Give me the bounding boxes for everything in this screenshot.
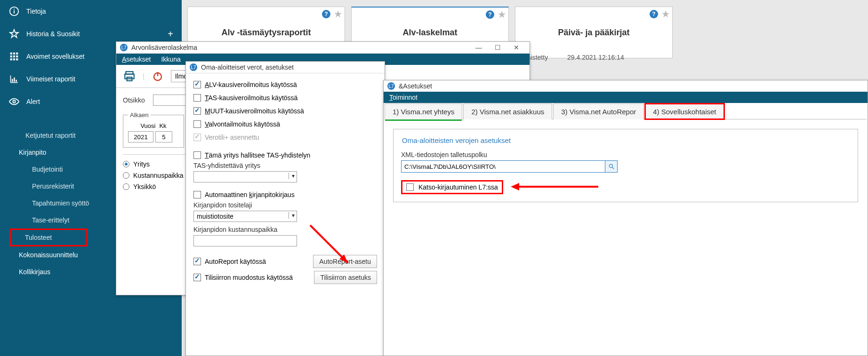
vuosi-label: Vuosi bbox=[140, 122, 155, 129]
check-verotili: Verotili+ asennettu bbox=[193, 131, 377, 144]
settings-group: Oma-aloitteisten verojen asetukset XML-t… bbox=[393, 129, 858, 202]
star-icon[interactable]: ★ bbox=[498, 9, 506, 20]
checkbox-icon bbox=[193, 151, 201, 159]
checkbox-icon[interactable] bbox=[406, 183, 414, 191]
path-label: XML-tiedostojen talletuspolku bbox=[401, 151, 850, 158]
window-asetukset: L7 &Asetukset Toiminnot 1) Visma.net yht… bbox=[383, 80, 868, 356]
svg-line-26 bbox=[612, 167, 614, 169]
menu-ikkuna[interactable]: Ikkuna bbox=[161, 55, 180, 63]
sidebar-item-label: Viimeiset raportit bbox=[26, 75, 75, 83]
app-icon: L7 bbox=[387, 82, 395, 90]
tas-yhdist-label: TAS-yhdistettävä yritys bbox=[193, 162, 377, 169]
annotation-arrow bbox=[305, 221, 357, 274]
checkbox-icon bbox=[193, 120, 201, 128]
radio-icon bbox=[123, 183, 129, 190]
svg-rect-7 bbox=[13, 55, 15, 57]
check-autoreport[interactable]: AutoReport käytössä bbox=[193, 255, 266, 268]
chart-icon bbox=[8, 73, 20, 85]
browse-button[interactable] bbox=[605, 160, 618, 173]
menu-toiminnot[interactable]: Toiminnot bbox=[389, 94, 418, 101]
tas-yhdist-select[interactable] bbox=[193, 171, 297, 182]
tab-visma-autoreport[interactable]: 3) Visma.net AutoRepor bbox=[553, 103, 644, 119]
power-button[interactable] bbox=[149, 68, 166, 85]
sidebar-sub-tulosteet[interactable]: Tulosteet bbox=[9, 229, 88, 246]
otsikko-label: Otsikko bbox=[123, 96, 153, 104]
close-button[interactable]: ✕ bbox=[507, 44, 526, 51]
alkaen-legend: Alkaen bbox=[128, 111, 151, 119]
tab-bar: 1) Visma.net yhteys 2) Visma.net asiakku… bbox=[385, 103, 867, 119]
sidebar-item-label: Alert bbox=[26, 98, 40, 105]
timestamp: 29.4.2021 12:16:14 bbox=[567, 54, 624, 61]
svg-rect-8 bbox=[16, 55, 18, 57]
annotation-arrow bbox=[510, 181, 599, 194]
app-icon: L7 bbox=[190, 63, 197, 71]
window-oma-aloitteiset: L7 Oma-aloitteiset verot, asetukset ALV-… bbox=[185, 61, 385, 356]
window-title: Arvonlisäverolaskelma bbox=[131, 44, 469, 51]
titlebar: L7 &Asetukset bbox=[384, 80, 868, 92]
svg-rect-3 bbox=[10, 53, 12, 55]
card-title: Alv -täsmäytysraportit bbox=[221, 28, 311, 38]
tab-visma-asiakkuus[interactable]: 2) Visma.net asiakkuus bbox=[463, 103, 552, 119]
add-icon[interactable]: + bbox=[168, 29, 173, 40]
svg-rect-19 bbox=[125, 74, 134, 79]
radio-icon bbox=[123, 172, 129, 179]
checkbox-icon bbox=[193, 258, 201, 265]
path-input[interactable] bbox=[401, 160, 605, 173]
svg-rect-15 bbox=[14, 78, 15, 82]
maximize-button[interactable]: ☐ bbox=[488, 44, 507, 51]
svg-marker-28 bbox=[511, 183, 519, 190]
kp-input[interactable] bbox=[193, 235, 297, 246]
menubar: Toiminnot bbox=[384, 92, 868, 103]
card-title: Alv-laskelmat bbox=[402, 28, 457, 38]
tositelaji-select[interactable]: muistiotosite bbox=[193, 211, 297, 222]
help-icon[interactable]: ? bbox=[650, 10, 658, 18]
kk-input[interactable] bbox=[155, 131, 172, 142]
katso-highlight: Katso-kirjautuminen L7:ssa bbox=[401, 180, 503, 194]
grid-icon bbox=[8, 51, 20, 62]
svg-rect-16 bbox=[16, 80, 17, 82]
star-icon[interactable]: ★ bbox=[334, 9, 342, 19]
svg-rect-2 bbox=[14, 9, 15, 10]
checkbox-icon bbox=[193, 274, 201, 281]
info-icon bbox=[8, 6, 20, 17]
svg-rect-11 bbox=[16, 58, 18, 60]
svg-rect-6 bbox=[10, 55, 12, 57]
card-paiva-paakirjat[interactable]: ? ★ Päivä- ja pääkirjat bbox=[515, 7, 673, 58]
tab-visma-yhteys[interactable]: 1) Visma.net yhteys bbox=[385, 103, 462, 119]
print-button[interactable] bbox=[121, 68, 138, 85]
window-title: Oma-aloitteiset verot, asetukset bbox=[201, 63, 381, 71]
minimize-button[interactable]: — bbox=[469, 44, 488, 51]
check-autokirjaus[interactable]: Automaattinen kirjanpitokirjaus bbox=[193, 188, 377, 201]
check-hallitsee[interactable]: Tämä yritys hallitsee TAS-yhdistelyn bbox=[193, 149, 377, 162]
vuosi-input[interactable] bbox=[128, 131, 153, 142]
svg-rect-4 bbox=[13, 53, 15, 55]
star-icon[interactable]: ★ bbox=[662, 9, 669, 19]
titlebar: L7 Arvonlisäverolaskelma — ☐ ✕ bbox=[116, 42, 530, 54]
app-icon: L7 bbox=[120, 44, 128, 51]
checkbox-icon bbox=[193, 191, 201, 198]
sidebar-item-tietoja[interactable]: Tietoja bbox=[0, 0, 182, 23]
svg-rect-14 bbox=[12, 79, 13, 82]
check-valvonta[interactable]: Valvontailmoitus käytössä bbox=[193, 118, 377, 131]
help-icon[interactable]: ? bbox=[322, 10, 330, 18]
check-muut[interactable]: MUUT-kausiveroilmoitus käytössä bbox=[193, 104, 377, 118]
card-title: Päivä- ja pääkirjat bbox=[558, 28, 629, 38]
kk-label: Kk bbox=[159, 122, 166, 129]
katso-label: Katso-kirjautuminen L7:ssa bbox=[418, 183, 498, 191]
tab-sovelluskohtaiset[interactable]: 4) Sovelluskohtaiset bbox=[645, 103, 724, 119]
otsikko-input[interactable] bbox=[153, 95, 191, 106]
check-tas[interactable]: TAS-kausiveroilmoitus käytössä bbox=[193, 91, 377, 104]
titlebar: L7 Oma-aloitteiset verot, asetukset bbox=[186, 62, 385, 73]
radio-icon bbox=[123, 161, 129, 167]
svg-rect-5 bbox=[16, 53, 18, 55]
help-icon[interactable]: ? bbox=[486, 10, 494, 19]
menu-asetukset[interactable]: Asetukset bbox=[122, 55, 151, 63]
window-title: &Asetukset bbox=[399, 82, 864, 90]
tositelaji-label: Kirjanpidon tositelaji bbox=[193, 201, 377, 209]
check-tilisiirto[interactable]: Tilisiirron muodostus käytössä bbox=[193, 271, 293, 284]
star-icon bbox=[8, 28, 20, 40]
check-alv[interactable]: ALV-kausiveroilmoitus käytössä bbox=[193, 78, 377, 91]
svg-point-17 bbox=[13, 100, 16, 103]
svg-rect-1 bbox=[14, 10, 15, 13]
sidebar-item-label: Historia & Suosikit bbox=[26, 30, 80, 38]
